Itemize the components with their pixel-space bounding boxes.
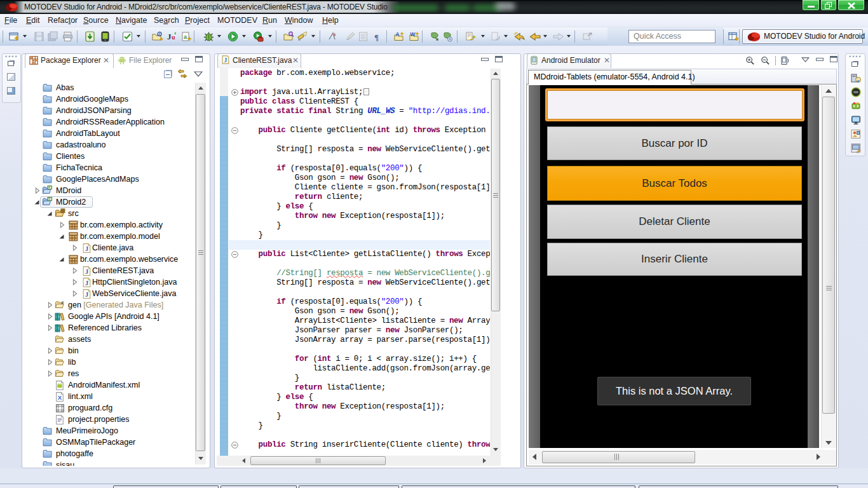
svg-text:#: # — [61, 300, 64, 306]
svg-text:J: J — [85, 279, 89, 287]
svg-text:X: X — [58, 394, 62, 401]
svg-text:¶: ¶ — [374, 32, 379, 42]
svg-text:u: u — [172, 34, 175, 41]
svg-text:J: J — [167, 32, 172, 41]
svg-text:A: A — [396, 31, 400, 37]
svg-text:J: J — [224, 57, 227, 64]
svg-text:J: J — [85, 245, 89, 252]
svg-text:J: J — [85, 268, 89, 275]
svg-text:W: W — [410, 31, 416, 37]
svg-text:J: J — [85, 290, 89, 298]
